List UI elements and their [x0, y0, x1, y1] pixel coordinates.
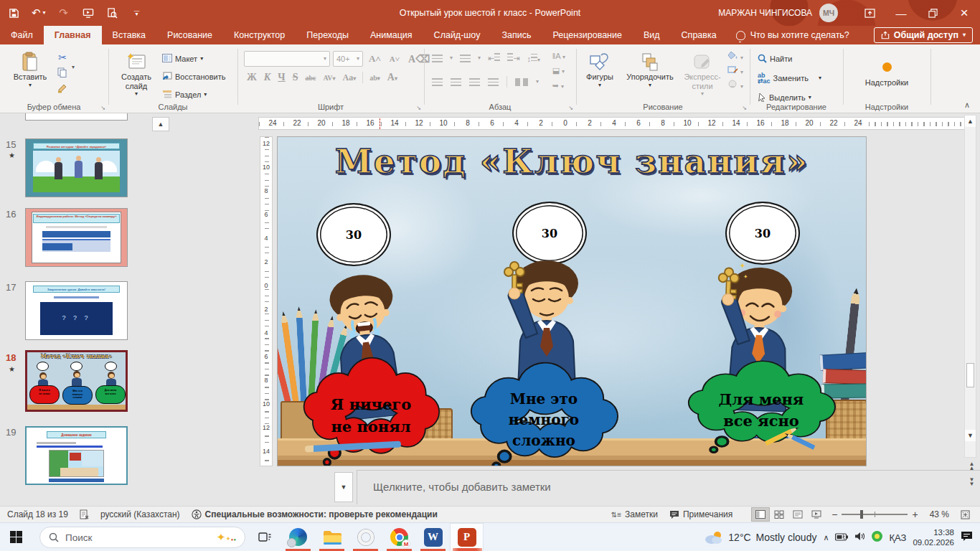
customize-quick-access-icon[interactable]: —▾: [131, 6, 143, 19]
print-preview-icon[interactable]: [106, 6, 119, 19]
shape-fill-icon[interactable]: ▾: [727, 51, 743, 61]
antivirus-tray-icon[interactable]: [872, 531, 882, 544]
increase-indent-icon[interactable]: ⇥: [507, 53, 519, 63]
taskbar-app-edge[interactable]: [281, 523, 315, 551]
account-name[interactable]: МАРЖАН ЧИНГИСОВА: [718, 8, 812, 18]
new-slide-button[interactable]: Создать слайд▾: [115, 50, 158, 97]
minimize-button[interactable]: —: [885, 0, 917, 26]
taskbar-app-powerpoint-active[interactable]: P: [450, 523, 484, 551]
task-view-button[interactable]: [248, 523, 281, 551]
reading-view-button[interactable]: [788, 507, 807, 522]
notes-scroll-down-button[interactable]: ▼: [334, 472, 353, 502]
align-left-icon[interactable]: [432, 78, 443, 86]
taskbar-app-explorer[interactable]: [315, 523, 349, 551]
font-name-combo[interactable]: ▾: [244, 51, 330, 67]
increase-font-icon[interactable]: A˄: [366, 53, 384, 65]
taskbar-search-box[interactable]: Поиск ✦✦●●: [39, 527, 245, 548]
notes-placeholder[interactable]: Щелкните, чтобы добавить заметки: [373, 470, 551, 503]
clipboard-dialog-launcher[interactable]: ↘: [100, 105, 105, 111]
restore-button[interactable]: [917, 0, 948, 26]
tab-record[interactable]: Запись: [491, 26, 542, 44]
tab-insert[interactable]: Вставка: [102, 26, 156, 44]
vertical-scrollbar[interactable]: ▲ ▼: [964, 115, 976, 458]
tab-slideshow[interactable]: Слайд-шоу: [423, 26, 491, 44]
thumbnail-slide-14-partial[interactable]: [25, 113, 128, 121]
smartart-convert-icon[interactable]: ➥ ▾: [552, 81, 565, 90]
tab-transitions[interactable]: Переходы: [296, 26, 359, 44]
taskbar-app-ring[interactable]: [349, 523, 382, 551]
vertical-ruler[interactable]: 1210864202468101214: [260, 136, 273, 466]
slideshow-view-button[interactable]: [807, 507, 826, 522]
thumbnail-slide-15[interactable]: Разминка методом: «Давайте зарядимся»: [25, 138, 128, 197]
align-right-icon[interactable]: [469, 78, 480, 86]
addins-button[interactable]: Надстройки: [859, 50, 914, 88]
notification-center-icon[interactable]: [961, 531, 973, 544]
font-color-icon[interactable]: A▾: [385, 72, 400, 83]
tab-help[interactable]: Справка: [671, 26, 727, 44]
cut-icon[interactable]: ✂: [57, 52, 67, 63]
thumbnail-slide-16[interactable]: Индивидуальная работа: Метод «Определи к…: [25, 208, 128, 267]
shape-outline-icon[interactable]: ▾: [727, 65, 743, 75]
underline-icon[interactable]: Ч: [275, 72, 288, 83]
columns-icon[interactable]: [515, 78, 528, 86]
font-size-combo[interactable]: 40+▾: [333, 51, 363, 67]
layout-button[interactable]: Макет▾: [162, 51, 225, 67]
clock[interactable]: 13:38 09.02.2026: [913, 527, 954, 548]
bold-icon[interactable]: Ж: [244, 72, 260, 83]
character-spacing-icon[interactable]: AV▾: [320, 74, 338, 82]
save-icon[interactable]: [7, 6, 20, 19]
section-button[interactable]: Раздел▾: [162, 87, 225, 103]
weather-widget[interactable]: 12°C Mostly cloudy: [705, 530, 816, 545]
strikethrough-icon[interactable]: S: [290, 72, 301, 83]
decrease-font-icon[interactable]: A˅: [387, 55, 402, 63]
zoom-level[interactable]: 43 %: [924, 507, 955, 522]
tab-draw[interactable]: Рисование: [156, 26, 223, 44]
horizontal-ruler[interactable]: 2422201816141210864202468101214161820222…: [258, 117, 976, 130]
align-text-icon[interactable]: ⬓ ▾: [552, 66, 565, 75]
ribbon-display-options-button[interactable]: [854, 0, 885, 26]
slide-counter[interactable]: Слайд 18 из 19: [0, 507, 74, 522]
zoom-out-button[interactable]: −: [826, 507, 837, 522]
italic-icon[interactable]: К: [261, 72, 274, 83]
start-slideshow-icon[interactable]: [82, 6, 95, 19]
share-button[interactable]: Общий доступ▾: [874, 27, 973, 43]
double-strikethrough-icon[interactable]: abc: [302, 74, 319, 82]
accessibility-checker[interactable]: Специальные возможности: проверьте реком…: [186, 507, 443, 522]
bullets-icon[interactable]: [432, 55, 443, 62]
normal-view-button[interactable]: [751, 507, 770, 522]
tell-me-box[interactable]: Что вы хотите сделать?: [727, 26, 858, 44]
justify-icon[interactable]: [488, 78, 499, 86]
next-slide-button[interactable]: ▼▼: [966, 478, 978, 487]
paragraph-dialog-launcher[interactable]: ↘: [568, 105, 573, 111]
replace-button[interactable]: ab⇄acЗаменить▾: [758, 70, 821, 86]
slide-canvas[interactable]: Метод «Ключ знания» 30 30 30: [277, 136, 867, 466]
scroll-up-button[interactable]: ▲: [965, 116, 976, 127]
shapes-button[interactable]: Фигуры▾: [581, 50, 618, 88]
tab-home[interactable]: Главная: [44, 26, 102, 44]
undo-button[interactable]: ↶▾: [32, 6, 46, 19]
collapse-ribbon-icon[interactable]: ∧: [964, 100, 970, 110]
scroll-thumb[interactable]: [966, 363, 974, 387]
slide-sorter-view-button[interactable]: [770, 507, 788, 522]
battery-icon[interactable]: [835, 532, 848, 543]
taskbar-app-word[interactable]: W: [416, 523, 450, 551]
thumbnails-scroll-up-button[interactable]: ▲: [152, 117, 169, 131]
tab-review[interactable]: Рецензирование: [542, 26, 633, 44]
text-highlight-icon[interactable]: ab̷▾: [367, 74, 383, 82]
cloud-green[interactable]: Для меня все ясно: [687, 359, 836, 456]
volume-icon[interactable]: [854, 532, 865, 543]
comments-toggle[interactable]: Примечания: [664, 507, 738, 522]
arrange-button[interactable]: Упорядочить▾: [621, 50, 679, 88]
tab-view[interactable]: Вид: [633, 26, 671, 44]
thumbnail-slide-19[interactable]: Домашнее задание: [25, 426, 128, 485]
decrease-indent-icon[interactable]: ⇤: [488, 53, 500, 63]
fit-to-window-button[interactable]: [955, 507, 980, 522]
format-painter-icon[interactable]: [57, 83, 67, 95]
line-spacing-icon[interactable]: ↕▾: [527, 54, 540, 63]
start-button[interactable]: [0, 523, 32, 551]
scroll-down-button[interactable]: ▼: [965, 430, 976, 441]
copy-icon[interactable]: [57, 67, 67, 79]
thumbnail-slide-17[interactable]: Закрепление урока: Давайте мыслить! ? ? …: [25, 281, 128, 340]
text-direction-icon[interactable]: ‖A ▾: [552, 52, 565, 60]
zoom-slider[interactable]: [842, 514, 908, 515]
